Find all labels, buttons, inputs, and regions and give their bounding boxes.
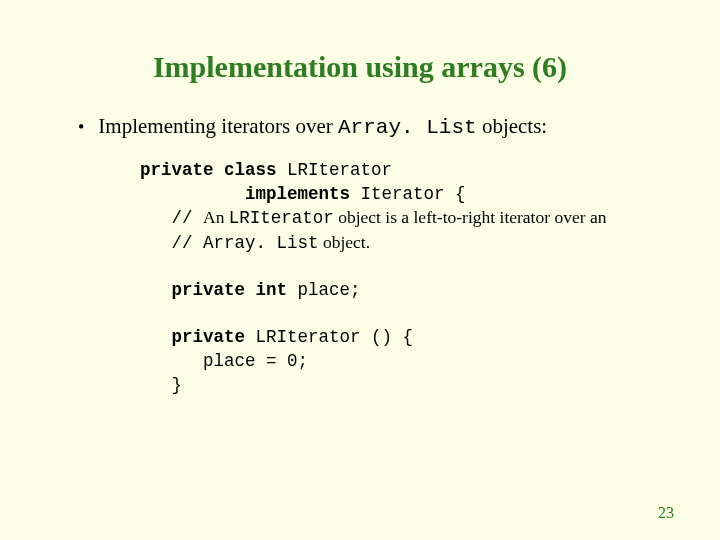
cmt-an: An xyxy=(203,207,229,227)
cmt-arraylist: Array. List xyxy=(203,233,319,253)
kw-private-int: private int xyxy=(172,280,288,300)
code-line-7: place = 0; xyxy=(140,350,680,374)
field-place: place; xyxy=(287,280,361,300)
classname: LRIterator xyxy=(277,160,393,180)
bullet-dot-icon: • xyxy=(78,117,84,138)
bullet-mono: Array. List xyxy=(338,116,477,139)
bullet-pre: Implementing iterators over xyxy=(98,114,338,138)
kw-implements: implements xyxy=(245,184,350,204)
bullet-text: Implementing iterators over Array. List … xyxy=(98,114,547,139)
code-line-5: private int place; xyxy=(140,279,680,303)
code-blank-1 xyxy=(140,256,680,280)
code-line-3: // An LRIterator object is a left-to-rig… xyxy=(140,206,680,231)
kw-private-class: private class xyxy=(140,160,277,180)
cmt-slash-2: // xyxy=(140,233,203,253)
cmt-rest-1: object is a left-to-right iterator over … xyxy=(334,207,607,227)
code-line-8: } xyxy=(140,374,680,398)
code-line-4: // Array. List object. xyxy=(140,231,680,256)
code-blank-2 xyxy=(140,303,680,327)
page-number: 23 xyxy=(658,504,674,522)
cmt-lriterator: LRIterator xyxy=(229,208,334,228)
code-line-1: private class LRIterator xyxy=(140,159,680,183)
kw-private: private xyxy=(172,327,246,347)
code-line-2: implements Iterator { xyxy=(140,183,680,207)
iface: Iterator { xyxy=(350,184,466,204)
bullet-post: objects: xyxy=(477,114,548,138)
ctor-sig: LRIterator () { xyxy=(245,327,413,347)
cmt-object: object. xyxy=(319,232,371,252)
bullet-item: • Implementing iterators over Array. Lis… xyxy=(78,114,680,139)
slide-title: Implementation using arrays (6) xyxy=(40,50,680,84)
cmt-slash-1: // xyxy=(140,208,203,228)
code-block: private class LRIterator implements Iter… xyxy=(140,159,680,397)
code-line-6: private LRIterator () { xyxy=(140,326,680,350)
